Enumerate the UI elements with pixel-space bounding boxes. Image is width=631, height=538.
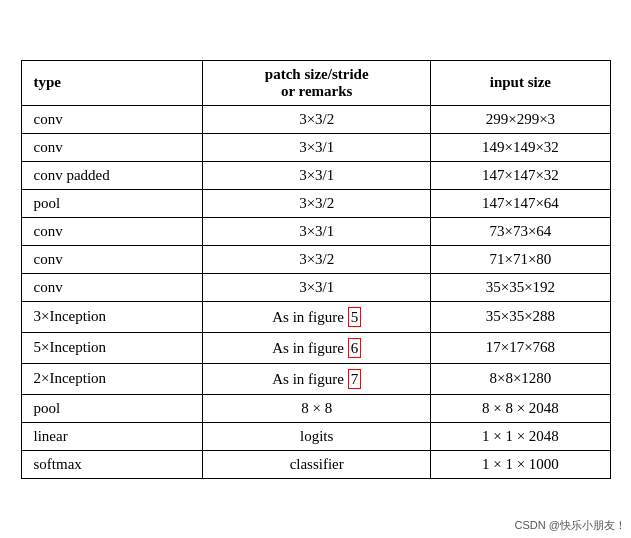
cell-patch: 3×3/1 bbox=[203, 133, 431, 161]
cell-patch: As in figure 5 bbox=[203, 301, 431, 332]
cell-patch: logits bbox=[203, 422, 431, 450]
cell-input: 71×71×80 bbox=[431, 245, 610, 273]
table-row: conv padded3×3/1147×147×32 bbox=[21, 161, 610, 189]
cell-patch: classifier bbox=[203, 450, 431, 478]
cell-patch: 3×3/2 bbox=[203, 245, 431, 273]
cell-input: 35×35×192 bbox=[431, 273, 610, 301]
table-row: pool8 × 88 × 8 × 2048 bbox=[21, 394, 610, 422]
cell-type: conv bbox=[21, 217, 203, 245]
figure-ref: 5 bbox=[348, 307, 362, 327]
architecture-table: type patch size/stride or remarks input … bbox=[21, 60, 611, 479]
cell-patch: 3×3/1 bbox=[203, 273, 431, 301]
cell-patch: As in figure 6 bbox=[203, 332, 431, 363]
cell-input: 73×73×64 bbox=[431, 217, 610, 245]
col2-header: patch size/stride or remarks bbox=[203, 60, 431, 105]
cell-input: 299×299×3 bbox=[431, 105, 610, 133]
cell-patch: 3×3/2 bbox=[203, 189, 431, 217]
cell-type: pool bbox=[21, 189, 203, 217]
cell-input: 1 × 1 × 1000 bbox=[431, 450, 610, 478]
cell-type: softmax bbox=[21, 450, 203, 478]
table-container: type patch size/stride or remarks input … bbox=[21, 60, 611, 479]
cell-input: 147×147×64 bbox=[431, 189, 610, 217]
header-row: type patch size/stride or remarks input … bbox=[21, 60, 610, 105]
col1-header: type bbox=[21, 60, 203, 105]
cell-input: 8×8×1280 bbox=[431, 363, 610, 394]
cell-input: 149×149×32 bbox=[431, 133, 610, 161]
table-row: conv3×3/2299×299×3 bbox=[21, 105, 610, 133]
cell-type: conv bbox=[21, 245, 203, 273]
cell-type: linear bbox=[21, 422, 203, 450]
col3-header: input size bbox=[431, 60, 610, 105]
cell-input: 147×147×32 bbox=[431, 161, 610, 189]
cell-type: conv bbox=[21, 105, 203, 133]
cell-type: conv padded bbox=[21, 161, 203, 189]
cell-type: conv bbox=[21, 273, 203, 301]
cell-patch: 3×3/1 bbox=[203, 161, 431, 189]
cell-input: 35×35×288 bbox=[431, 301, 610, 332]
cell-type: 5×Inception bbox=[21, 332, 203, 363]
cell-type: conv bbox=[21, 133, 203, 161]
table-row: softmaxclassifier1 × 1 × 1000 bbox=[21, 450, 610, 478]
figure-ref: 6 bbox=[348, 338, 362, 358]
cell-patch: 8 × 8 bbox=[203, 394, 431, 422]
cell-input: 8 × 8 × 2048 bbox=[431, 394, 610, 422]
table-row: conv3×3/1149×149×32 bbox=[21, 133, 610, 161]
cell-type: pool bbox=[21, 394, 203, 422]
table-row: 5×InceptionAs in figure 617×17×768 bbox=[21, 332, 610, 363]
table-row: 2×InceptionAs in figure 78×8×1280 bbox=[21, 363, 610, 394]
table-row: conv3×3/173×73×64 bbox=[21, 217, 610, 245]
cell-input: 17×17×768 bbox=[431, 332, 610, 363]
table-row: 3×InceptionAs in figure 535×35×288 bbox=[21, 301, 610, 332]
col2-header-line2: or remarks bbox=[281, 83, 353, 99]
figure-ref: 7 bbox=[348, 369, 362, 389]
table-row: conv3×3/271×71×80 bbox=[21, 245, 610, 273]
table-row: pool3×3/2147×147×64 bbox=[21, 189, 610, 217]
watermark: CSDN @快乐小朋友！ bbox=[515, 518, 626, 533]
cell-patch: As in figure 7 bbox=[203, 363, 431, 394]
col2-header-line1: patch size/stride bbox=[265, 66, 369, 82]
cell-type: 2×Inception bbox=[21, 363, 203, 394]
table-row: linearlogits1 × 1 × 2048 bbox=[21, 422, 610, 450]
cell-patch: 3×3/2 bbox=[203, 105, 431, 133]
cell-input: 1 × 1 × 2048 bbox=[431, 422, 610, 450]
cell-patch: 3×3/1 bbox=[203, 217, 431, 245]
table-row: conv3×3/135×35×192 bbox=[21, 273, 610, 301]
cell-type: 3×Inception bbox=[21, 301, 203, 332]
